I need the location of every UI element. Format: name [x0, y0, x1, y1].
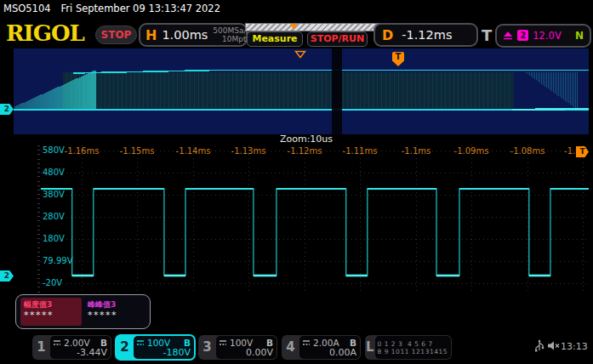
channel3-offset: 0.00V [219, 348, 273, 358]
channel4-bandwidth: B [350, 338, 356, 348]
y-axis-ticks [37, 145, 40, 293]
stop-run-button[interactable]: STOP/RUN [307, 31, 368, 47]
overview-waveform [14, 48, 589, 134]
channel1-scale: 2.00V [64, 338, 90, 348]
logic-label: L [365, 335, 375, 360]
zoom-scale-label: Zoom:10us [238, 134, 374, 145]
trigger-settings[interactable]: T 2 12.0V N [482, 23, 591, 48]
trigger-type-icon [503, 31, 513, 40]
coupling-dc-icon [53, 339, 61, 346]
logic-channels-row2: 8 9 1011 12131415 [378, 348, 448, 355]
channel2-box[interactable]: 2 100V B -180V [116, 335, 195, 360]
channel1-number: 1 [32, 335, 50, 360]
measure-button[interactable]: Measure [247, 31, 303, 47]
trigger-label: T [482, 26, 492, 44]
channel2-number: 2 [116, 335, 134, 360]
clock-label: 13:13 [561, 341, 588, 352]
channel1-bandwidth: B [100, 338, 107, 348]
coupling-dc-icon [302, 339, 311, 346]
usb-icon [534, 338, 545, 353]
speaker-muted-icon[interactable] [547, 340, 560, 351]
memory-depth: 10Mpts [213, 35, 250, 43]
horizontal-position-triangle-icon[interactable] [294, 50, 306, 59]
logic-channels-row1: 0 1 2 3 4 5 6 7 [378, 340, 448, 348]
channel4-box[interactable]: 4 2.00A B 0.00A [282, 335, 361, 360]
position-marker-icon [290, 24, 297, 30]
main-waveform [41, 145, 589, 293]
horizontal-settings-button[interactable]: H 1.00ms 500MSa/s 10Mpts [139, 23, 248, 47]
trigger-level-value: 12.0V [533, 30, 561, 42]
channel4-offset: 0.00A [302, 348, 356, 358]
channel1-box[interactable]: 1 2.00V B -3.44V [32, 335, 111, 360]
delay-label: D [382, 27, 393, 43]
channel3-bandwidth: B [266, 338, 273, 348]
coupling-dc-icon [219, 339, 227, 346]
trigger-source-channel-icon: 2 [517, 30, 528, 41]
channel2-offset: -180V [136, 348, 191, 358]
waveform-overview[interactable] [14, 48, 589, 134]
measurement-value: ***** [24, 310, 78, 320]
channel1-offset: -3.44V [53, 348, 107, 358]
channel3-number: 3 [198, 335, 216, 360]
timebase-value: 1.00ms [162, 28, 208, 42]
model-name: MSO5104 [3, 3, 51, 14]
channel2-scale: 100V [147, 338, 170, 348]
datetime-label: Fri September 09 13:13:47 2022 [61, 3, 220, 14]
measurement-peak-peak[interactable]: 峰峰值3 ***** [84, 298, 145, 326]
header-bar: MSO5104Fri September 09 13:13:47 2022 [3, 3, 220, 14]
logic-analyzer-box[interactable]: L 0 1 2 3 4 5 6 7 8 9 1011 12131415 [365, 335, 452, 360]
delay-value: -1.12ms [402, 28, 452, 42]
channel3-scale: 100V [230, 338, 253, 348]
channel2-bandwidth: B [184, 338, 191, 348]
measurement-amplitude[interactable]: 幅度值3 ***** [20, 298, 82, 326]
channel2-marker-overview[interactable]: 2 [0, 104, 14, 115]
trigger-mode-badge: N [575, 30, 584, 42]
zoom-graticule: -1.16ms-1.15ms-1.14ms-1.13ms-1.12ms-1.11… [41, 145, 589, 293]
coupling-dc-icon [136, 339, 145, 346]
trigger-info-box[interactable]: 2 12.0V N [495, 24, 591, 48]
delay-settings-button[interactable]: D -1.12ms [373, 23, 478, 47]
channel3-box[interactable]: 3 100V B 0.00V [198, 335, 277, 360]
measurement-value: ***** [88, 310, 142, 320]
channel4-number: 4 [282, 335, 299, 360]
oscilloscope-screen: MSO5104Fri September 09 13:13:47 2022 RI… [0, 0, 593, 364]
horizontal-label: H [145, 27, 157, 43]
run-state-badge[interactable]: STOP [95, 26, 137, 44]
channel4-scale: 2.00A [313, 338, 339, 348]
rigol-logo: RIGOL [6, 20, 84, 46]
horizontal-position-bar[interactable] [245, 23, 386, 31]
measurement-panel[interactable]: 幅度值3 ***** 峰峰值3 ***** [15, 294, 151, 329]
channel2-marker-grid[interactable]: 2 [0, 270, 14, 282]
